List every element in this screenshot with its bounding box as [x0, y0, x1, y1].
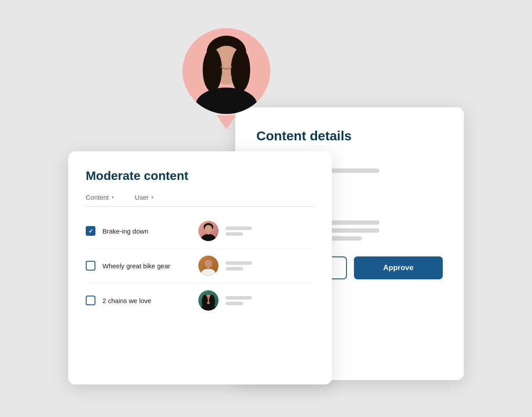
svg-point-10 [201, 234, 215, 241]
item-bar [226, 302, 243, 305]
svg-point-9 [205, 225, 212, 233]
item-bars-3 [226, 296, 314, 305]
moderate-content-card: Moderate content Content ▾ User ▾ Brake-… [68, 151, 332, 384]
chevron-down-icon: ▾ [112, 195, 114, 200]
item-bar [226, 267, 243, 271]
content-details-title: Content details [256, 128, 443, 143]
svg-point-13 [205, 260, 212, 267]
svg-point-14 [201, 269, 215, 276]
avatar-person-svg-3 [198, 290, 219, 311]
svg-point-5 [196, 88, 257, 114]
checkbox-item-1[interactable] [86, 226, 95, 236]
list-item: Brake-ing down [86, 214, 314, 249]
svg-rect-6 [221, 76, 232, 84]
item-bar [226, 296, 252, 300]
item-title-2: Wheely great bike gear [102, 262, 191, 270]
avatar-person-svg-2 [198, 256, 219, 276]
item-avatar-1 [198, 221, 219, 241]
item-avatar-3 [198, 290, 219, 311]
item-title-3: 2 chains we love [102, 297, 191, 304]
list-item: 2 chains we love [86, 283, 314, 318]
filter-user[interactable]: User ▾ [135, 194, 154, 201]
item-bars-2 [226, 261, 314, 271]
divider [86, 206, 314, 207]
item-avatar-2 [198, 256, 219, 276]
content-list: Brake-ing down W [86, 214, 314, 318]
filter-content[interactable]: Content ▾ [86, 194, 114, 201]
item-bar [226, 261, 252, 265]
svg-point-3 [203, 48, 222, 92]
item-title-1: Brake-ing down [102, 227, 191, 235]
svg-point-4 [231, 48, 250, 92]
svg-rect-15 [207, 267, 210, 269]
item-bars-1 [226, 227, 314, 236]
avatar-bubble-container [182, 28, 270, 129]
item-bar [226, 227, 252, 230]
chevron-down-icon: ▾ [151, 195, 153, 200]
item-bar [226, 232, 243, 236]
list-item: Wheely great bike gear [86, 249, 314, 283]
moderate-content-title: Moderate content [86, 169, 314, 183]
avatar-person-svg-1 [198, 221, 219, 241]
avatar-person-svg [182, 28, 270, 114]
scene: Content details User Created Comment [68, 28, 464, 389]
svg-rect-11 [207, 232, 210, 234]
bubble-tail [217, 115, 236, 129]
filter-content-label: Content [86, 194, 109, 201]
avatar-bubble [182, 28, 270, 114]
checkbox-item-3[interactable] [86, 296, 95, 305]
svg-rect-21 [207, 302, 210, 304]
approve-button[interactable]: Approve [354, 256, 443, 279]
filter-user-label: User [135, 194, 149, 201]
checkbox-item-2[interactable] [86, 261, 95, 271]
filter-row: Content ▾ User ▾ [86, 194, 314, 201]
